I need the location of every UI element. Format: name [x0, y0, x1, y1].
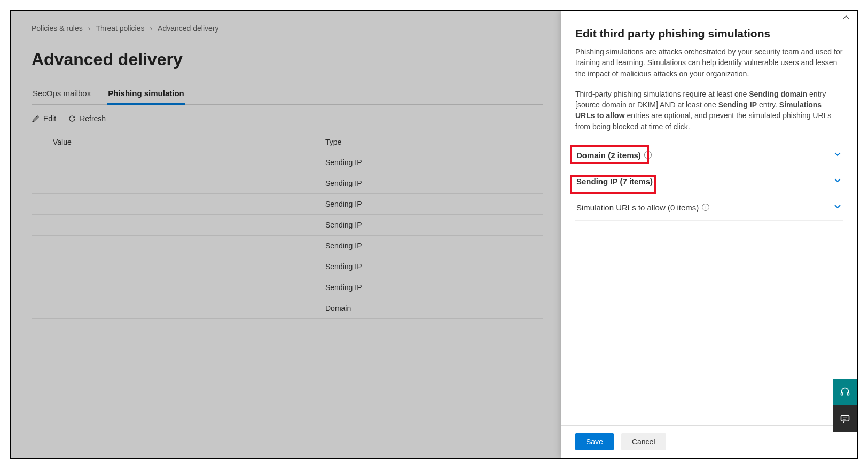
feedback-icon — [840, 413, 850, 424]
table-row[interactable]: Sending IP — [32, 256, 543, 277]
cell-value — [53, 221, 325, 229]
chevron-down-icon — [833, 150, 842, 160]
pencil-icon — [32, 114, 40, 123]
column-header-value[interactable]: Value — [53, 138, 325, 146]
cell-type: Sending IP — [325, 179, 543, 187]
refresh-icon — [68, 114, 76, 123]
table-header: Value Type — [32, 132, 543, 152]
save-button[interactable]: Save — [575, 433, 614, 450]
svg-rect-0 — [841, 393, 843, 395]
cell-type: Sending IP — [325, 158, 543, 167]
text: Third-party phishing simulations require… — [575, 90, 749, 98]
edit-phishing-flyout: Edit third party phishing simulations Ph… — [561, 11, 857, 458]
edit-label: Edit — [43, 114, 56, 123]
panel-description-1: Phishing simulations are attacks orchest… — [575, 46, 843, 79]
feedback-button[interactable] — [833, 405, 857, 432]
edit-button[interactable]: Edit — [32, 114, 56, 123]
breadcrumb-level1[interactable]: Policies & rules — [32, 24, 83, 33]
toolbar: Edit Refresh — [32, 114, 543, 123]
cell-type: Sending IP — [325, 241, 543, 250]
cell-value — [53, 304, 325, 312]
chevron-down-icon — [833, 176, 842, 186]
cell-value — [53, 262, 325, 271]
cell-value — [53, 200, 325, 208]
svg-rect-1 — [847, 393, 849, 395]
table-row[interactable]: Domain — [32, 298, 543, 319]
accordion-domain-label: Domain (2 items) — [576, 151, 641, 160]
table-row[interactable]: Sending IP — [32, 215, 543, 236]
table-row[interactable]: Sending IP — [32, 194, 543, 215]
cell-value — [53, 283, 325, 292]
cell-type: Sending IP — [325, 262, 543, 271]
tabs: SecOps mailbox Phishing simulation — [32, 83, 543, 105]
column-header-type[interactable]: Type — [325, 138, 543, 146]
text-bold: Sending IP — [718, 100, 757, 109]
table-row[interactable]: Sending IP — [32, 236, 543, 256]
text-bold: Sending domain — [749, 90, 807, 98]
panel-description-2: Third-party phishing simulations require… — [575, 89, 843, 132]
accordion-sendingip-label: Sending IP (7 items) — [576, 177, 653, 186]
panel-footer: Save Cancel — [561, 425, 857, 458]
refresh-label: Refresh — [80, 114, 106, 123]
table-row[interactable]: Sending IP — [32, 152, 543, 173]
panel-title: Edit third party phishing simulations — [575, 27, 843, 40]
chevron-up-icon — [842, 13, 850, 22]
accordion-sending-ip[interactable]: Sending IP (7 items) — [575, 168, 843, 194]
tab-secops-mailbox[interactable]: SecOps mailbox — [32, 83, 92, 104]
chevron-down-icon — [833, 202, 842, 213]
cell-type: Sending IP — [325, 221, 543, 229]
breadcrumb-level3[interactable]: Advanced delivery — [158, 24, 218, 33]
tab-phishing-simulation[interactable]: Phishing simulation — [107, 83, 185, 105]
accordion-domain[interactable]: Domain (2 items) i — [575, 142, 843, 168]
text: entry. — [757, 100, 779, 109]
accordion-urls-label: Simulation URLs to allow (0 items) — [576, 203, 699, 212]
table-row[interactable]: Sending IP — [32, 277, 543, 298]
chevron-right-icon: › — [150, 24, 152, 33]
refresh-button[interactable]: Refresh — [68, 114, 106, 123]
chevron-right-icon: › — [88, 24, 91, 33]
info-icon[interactable]: i — [702, 204, 709, 211]
cell-value — [53, 158, 325, 167]
collapse-panel-button[interactable] — [842, 13, 850, 24]
breadcrumb: Policies & rules › Threat policies › Adv… — [32, 24, 543, 33]
accordion-simulation-urls[interactable]: Simulation URLs to allow (0 items) i — [575, 194, 843, 221]
cell-type: Sending IP — [325, 200, 543, 208]
cell-type: Sending IP — [325, 283, 543, 292]
headset-icon — [840, 387, 850, 397]
main-content-dimmed: Policies & rules › Threat policies › Adv… — [11, 11, 564, 458]
cell-type: Domain — [325, 304, 543, 312]
info-icon[interactable]: i — [644, 151, 652, 159]
help-button[interactable] — [833, 379, 857, 405]
cancel-button[interactable]: Cancel — [621, 433, 666, 450]
side-action-column — [833, 379, 857, 432]
page-title: Advanced delivery — [32, 50, 543, 69]
table-row[interactable]: Sending IP — [32, 173, 543, 194]
breadcrumb-level2[interactable]: Threat policies — [96, 24, 144, 33]
cell-value — [53, 179, 325, 187]
cell-value — [53, 241, 325, 250]
